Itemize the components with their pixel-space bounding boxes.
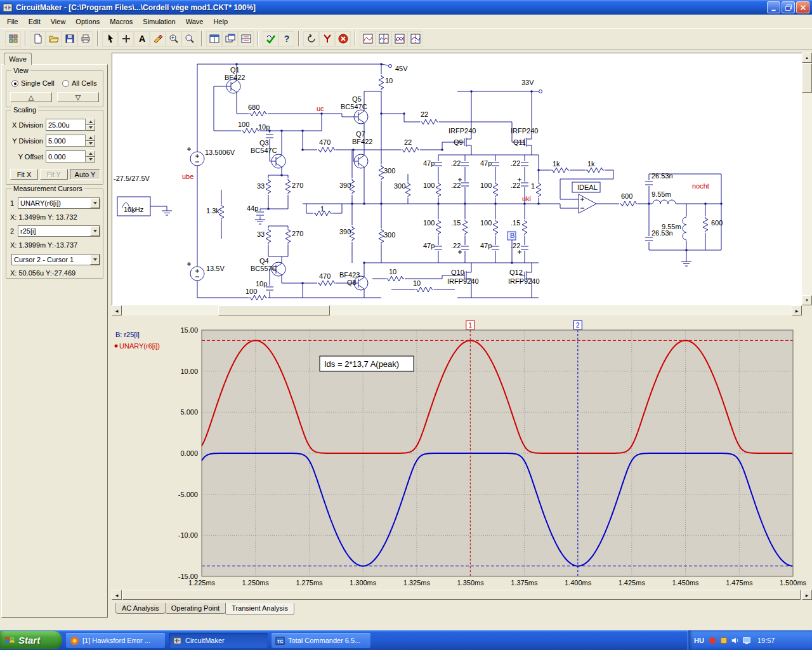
- component-label: -27.5/27.5V: [114, 175, 150, 182]
- minimize-button[interactable]: [767, 1, 780, 13]
- auto-y-button[interactable]: Auto Y: [70, 169, 100, 180]
- scroll-left-button[interactable]: ◀: [112, 305, 122, 315]
- language-indicator[interactable]: HU: [694, 637, 704, 644]
- wire-tool-icon[interactable]: [118, 31, 134, 47]
- run-simulation-icon[interactable]: [263, 31, 278, 47]
- y-offset-input[interactable]: [46, 150, 86, 162]
- tray-icon-1[interactable]: [708, 636, 717, 645]
- menu-item-simulation[interactable]: Simulation: [138, 16, 180, 27]
- scroll-down-button[interactable]: ▼: [802, 295, 812, 305]
- scroll-traces-up-button[interactable]: △: [10, 92, 52, 102]
- overlay-wave-icon[interactable]: [391, 31, 407, 47]
- menu-item-edit[interactable]: Edit: [23, 16, 46, 27]
- y-offset-label: Y Offset: [9, 153, 43, 161]
- cursor-2-signal-combo[interactable]: r25[i]: [18, 225, 100, 237]
- combo-arrow-icon[interactable]: [90, 255, 100, 265]
- combo-arrow-icon[interactable]: [90, 198, 100, 208]
- component-label: 1: [531, 182, 535, 190]
- y-division-spinner[interactable]: [86, 135, 95, 147]
- cursor-wave-icon[interactable]: [407, 31, 423, 47]
- tab-transient-analysis[interactable]: Transient Analysis: [225, 603, 294, 615]
- probe-tool-icon[interactable]: [319, 31, 335, 47]
- menu-item-wave[interactable]: Wave: [181, 16, 209, 27]
- component-label: Q4: [259, 257, 269, 265]
- vscroll-thumb[interactable]: [802, 63, 812, 93]
- component-label: ube: [182, 173, 193, 180]
- component-label: 22: [404, 138, 412, 146]
- cursor-difference-combo[interactable]: Cursor 2 - Cursor 1: [11, 254, 100, 265]
- reset-icon[interactable]: [303, 31, 319, 47]
- cascade-windows-icon[interactable]: [222, 31, 238, 47]
- fit-y-button[interactable]: Fit Y: [40, 169, 68, 180]
- restore-button[interactable]: [782, 1, 795, 13]
- zoom-tool-icon[interactable]: [181, 31, 197, 47]
- menu-item-options[interactable]: Options: [70, 16, 105, 27]
- scaling-groupbox: Scaling X Division Y Division Y Offset F…: [6, 110, 103, 185]
- tile-windows-icon[interactable]: [206, 31, 222, 47]
- scroll-right-button[interactable]: ▶: [792, 305, 802, 315]
- tab-wave[interactable]: Wave: [4, 53, 32, 65]
- component-label: 600: [621, 192, 632, 200]
- component-label: 33: [257, 230, 265, 238]
- component-label: Q5: [352, 95, 362, 103]
- cursor-1-signal-combo[interactable]: UNARY(r6[i]): [18, 197, 100, 209]
- text-tool-icon[interactable]: A: [134, 31, 150, 47]
- new-icon[interactable]: [30, 31, 46, 47]
- x-division-input[interactable]: [46, 119, 86, 131]
- scroll-up-button[interactable]: ▲: [802, 53, 812, 63]
- cursor-1-index: 1: [10, 199, 14, 207]
- schematic-canvas[interactable]: Q1BF42245V1068010010pucQ5BC547CQ7BF42233…: [112, 53, 802, 306]
- split-wave-icon[interactable]: [376, 31, 391, 47]
- component-label: 390: [339, 228, 351, 235]
- y-division-input[interactable]: [46, 135, 86, 147]
- volume-icon[interactable]: [731, 636, 740, 645]
- tab-ac-analysis[interactable]: AC Analysis: [115, 603, 166, 614]
- component-label: 100: [423, 182, 435, 189]
- component-label: IRFP9240: [447, 277, 479, 285]
- open-icon[interactable]: [46, 31, 62, 47]
- menu-item-help[interactable]: Help: [208, 16, 233, 27]
- x-division-spinner[interactable]: [86, 119, 95, 131]
- arrow-tool-icon[interactable]: [102, 31, 118, 47]
- menu-item-view[interactable]: View: [46, 16, 71, 27]
- waveform-window[interactable]: 121.225ms1.250ms1.275ms1.300ms1.325ms1.3…: [112, 315, 812, 590]
- radio-all-cells[interactable]: All Cells: [62, 79, 97, 87]
- fit-x-button[interactable]: Fit X: [10, 169, 38, 180]
- cursor-2-signal: r25[i]: [18, 227, 90, 235]
- taskbar-task-2[interactable]: CircuitMaker: [169, 633, 268, 648]
- radio-single-cell[interactable]: Single Cell: [11, 79, 55, 87]
- menu-item-file[interactable]: File: [2, 16, 23, 27]
- component-label: 470: [319, 138, 331, 146]
- menu-item-macros[interactable]: Macros: [105, 16, 138, 27]
- y-offset-spinner[interactable]: [86, 150, 95, 162]
- taskbar-task-3[interactable]: TCTotal Commander 6.5...: [272, 633, 370, 648]
- legend-unary[interactable]: UNARY(r6[i]): [119, 342, 160, 350]
- split-window-icon[interactable]: [238, 31, 254, 47]
- parts-browser-icon[interactable]: [5, 31, 21, 47]
- legend-r25[interactable]: B: r25[i]: [115, 331, 140, 338]
- schematic-editor[interactable]: Q1BF42245V1068010010pucQ5BC547CQ7BF42233…: [112, 53, 802, 305]
- zoom-in-icon[interactable]: [166, 31, 181, 47]
- print-icon[interactable]: [77, 31, 93, 47]
- tab-operating-point[interactable]: Operating Point: [165, 603, 226, 614]
- tray-icon-4[interactable]: [742, 636, 751, 645]
- scroll-traces-down-button[interactable]: ▽: [57, 92, 99, 102]
- combo-arrow-icon[interactable]: [90, 226, 100, 236]
- hscroll-thumb[interactable]: [218, 305, 330, 315]
- wave-hscroll-thumb[interactable]: [122, 590, 801, 600]
- save-icon[interactable]: [62, 31, 77, 47]
- new-wave-window-icon[interactable]: [360, 31, 376, 47]
- component-label: Q11: [513, 138, 526, 146]
- component-label: BC547C: [341, 103, 367, 110]
- wave-scroll-right-button[interactable]: ▶: [802, 590, 812, 600]
- tray-icon-2[interactable]: [719, 636, 728, 645]
- component-label: 300: [394, 182, 405, 190]
- delete-tool-icon[interactable]: [150, 31, 166, 47]
- taskbar-task-1[interactable]: [1] Hawksford Error ...: [66, 633, 165, 648]
- wave-scroll-left-button[interactable]: ◀: [112, 590, 122, 600]
- waveform-plot[interactable]: 121.225ms1.250ms1.275ms1.300ms1.325ms1.3…: [112, 315, 812, 590]
- help-icon[interactable]: ?: [278, 31, 294, 47]
- stop-simulation-icon[interactable]: [335, 31, 351, 47]
- start-button[interactable]: Start: [0, 631, 62, 649]
- close-button[interactable]: [796, 1, 809, 13]
